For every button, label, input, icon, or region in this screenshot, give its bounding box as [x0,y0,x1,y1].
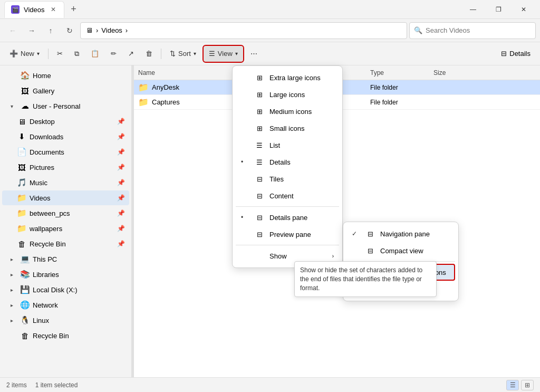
sidebar-item-network[interactable]: ▸ 🌐 Network [2,298,129,312]
menu-item-preview-pane[interactable]: ⊟ Preview pane [236,226,339,243]
recycle-sidebar-icon: 🗑 [17,239,26,248]
submenu-item-navigation-pane[interactable]: ✓ ⊟ Navigation pane [346,225,455,242]
sidebar-item-local-disk[interactable]: ▸ 💾 Local Disk (X:) [2,282,129,297]
local-disk-arrow: ▸ [11,287,17,293]
pictures-icon: 🖼 [17,162,26,172]
close-button[interactable]: ✕ [512,1,536,18]
maximize-button[interactable]: ❐ [486,1,510,18]
tooltip-text: Show or hide the set of characters added… [300,266,422,292]
preview-pane-icon: ⊟ [255,230,264,239]
grid-view-toggle[interactable]: ⊞ [521,380,534,390]
anydesk-name-text: AnyDesk [152,83,179,91]
up-button[interactable]: ↑ [42,22,59,39]
medium-label: Medium icons [269,108,312,116]
details-label: Details [509,50,531,58]
new-button[interactable]: ➕ New ▾ [4,45,45,63]
details-button[interactable]: ⊟ Details [496,45,536,63]
sidebar-item-wallpapers[interactable]: 📁 wallpapers 📌 [2,221,129,236]
sidebar-item-this-pc[interactable]: ▸ 💻 This PC [2,252,129,266]
view-toggles: ☰ ⊞ [506,380,534,390]
refresh-button[interactable]: ↻ [61,22,78,39]
minimize-button[interactable]: — [461,1,485,18]
tab-icon: 🎬 [11,5,20,14]
sidebar-item-between-pcs[interactable]: 📁 between_pcs 📌 [2,206,129,221]
cut-button[interactable]: ✂ [52,45,68,63]
new-tab-button[interactable]: + [66,2,81,17]
menu-item-content[interactable]: ⊟ Content [236,187,339,204]
search-bar[interactable]: 🔍 [409,22,536,39]
sidebar-item-label-recycle-sidebar: Recycle Bin [30,240,114,248]
sidebar: 🏠 Home 🖼 Gallery ▾ ☁ User - Personal 🖥 D… [0,65,132,377]
sidebar-item-recycle-sidebar[interactable]: 🗑 Recycle Bin 📌 [2,236,129,251]
small-label: Small icons [269,125,304,132]
nav-bar: ← → ↑ ↻ 🖥 › Videos › 🔍 [0,19,540,42]
menu-item-details-pane[interactable]: • ⊟ Details pane [236,209,339,226]
sidebar-item-label-local-disk: Local Disk (X:) [33,286,125,294]
anydesk-folder-icon: 📁 [138,82,149,92]
videos-tab[interactable]: 🎬 Videos ✕ [4,1,64,18]
menu-item-small-icons[interactable]: ⊞ Small icons [236,120,339,137]
title-bar-controls: — ❐ ✕ [461,1,536,18]
recycle-sidebar-pin-icon: 📌 [117,240,125,247]
sidebar-item-label-network: Network [33,301,125,309]
menu-item-list[interactable]: ☰ List [236,137,339,154]
menu-item-tiles[interactable]: ⊟ Tiles [236,170,339,187]
sidebar-item-label-desktop: Desktop [30,118,114,126]
paste-button[interactable]: 📋 [85,45,104,63]
back-button[interactable]: ← [4,22,21,39]
menu-item-medium-icons[interactable]: ⊞ Medium icons [236,103,339,120]
toolbar: ➕ New ▾ ✂ ⧉ 📋 ✏ ↗ 🗑 ⇅ Sort ▾ ☰ View ▾ ⋯ … [0,42,540,65]
sidebar-item-desktop[interactable]: 🖥 Desktop 📌 [2,114,129,129]
tab-close-button[interactable]: ✕ [49,5,57,14]
more-button[interactable]: ⋯ [245,45,263,63]
downloads-icon: ⬇ [17,132,26,141]
sort-icon: ⇅ [170,50,176,58]
sidebar-item-videos[interactable]: 📁 Videos 📌 [2,190,129,205]
item-count: 2 items [6,381,27,389]
network-icon: 🌐 [20,300,30,310]
sidebar-item-label-pictures: Pictures [30,164,114,171]
share-button[interactable]: ↗ [123,45,139,63]
sidebar-item-linux[interactable]: ▸ 🐧 Linux [2,313,129,328]
home-icon: 🏠 [20,71,30,80]
sidebar-item-label-documents: Documents [30,148,114,156]
sort-button[interactable]: ⇅ Sort ▾ [165,45,201,63]
menu-divider-2 [236,245,339,245]
selected-count: 1 item selected [35,381,78,389]
toolbar-separator-1 [48,49,49,59]
sidebar-item-music[interactable]: 🎵 Music 📌 [2,175,129,190]
documents-pin-icon: 📌 [117,148,125,156]
sidebar-item-pictures[interactable]: 🖼 Pictures 📌 [2,160,129,175]
libraries-icon: 📚 [20,270,30,279]
menu-item-large-icons[interactable]: ⊞ Large icons [236,86,339,103]
sidebar-item-user-personal[interactable]: ▾ ☁ User - Personal [2,99,129,113]
sidebar-item-recycle-bin[interactable]: 🗑 Recycle Bin [2,328,129,343]
column-header-size[interactable]: Size [429,69,471,77]
sidebar-item-home[interactable]: 🏠 Home [2,68,129,83]
desktop-pin-icon: 📌 [117,118,125,125]
sidebar-item-documents[interactable]: 📄 Documents 📌 [2,145,129,159]
list-label: List [269,141,280,149]
sidebar-item-libraries[interactable]: ▸ 📚 Libraries [2,267,129,282]
small-icon: ⊞ [255,123,264,133]
sidebar-item-gallery[interactable]: 🖼 Gallery [2,83,129,98]
delete-button[interactable]: 🗑 [140,45,158,63]
column-header-type[interactable]: Type [366,69,429,77]
submenu-item-compact-view[interactable]: ⊟ Compact view [346,242,455,259]
list-view-toggle[interactable]: ☰ [506,380,519,390]
preview-pane-label: Preview pane [269,231,311,238]
copy-button[interactable]: ⧉ [69,45,84,63]
search-input[interactable] [426,26,531,34]
tab-area: 🎬 Videos ✕ + [4,1,461,18]
sidebar-item-downloads[interactable]: ⬇ Downloads 📌 [2,129,129,144]
large-icon: ⊞ [255,90,264,99]
menu-item-extra-large-icons[interactable]: ⊞ Extra large icons [236,69,339,86]
address-bar[interactable]: 🖥 › Videos › [80,22,407,39]
view-button[interactable]: ☰ View ▾ [202,45,244,63]
details-icon: ⊟ [501,50,507,58]
large-label: Large icons [269,91,305,99]
rename-button[interactable]: ✏ [105,45,122,63]
forward-button[interactable]: → [23,22,40,39]
view-icon: ☰ [209,50,215,58]
menu-item-details[interactable]: • ☰ Details [236,154,339,170]
